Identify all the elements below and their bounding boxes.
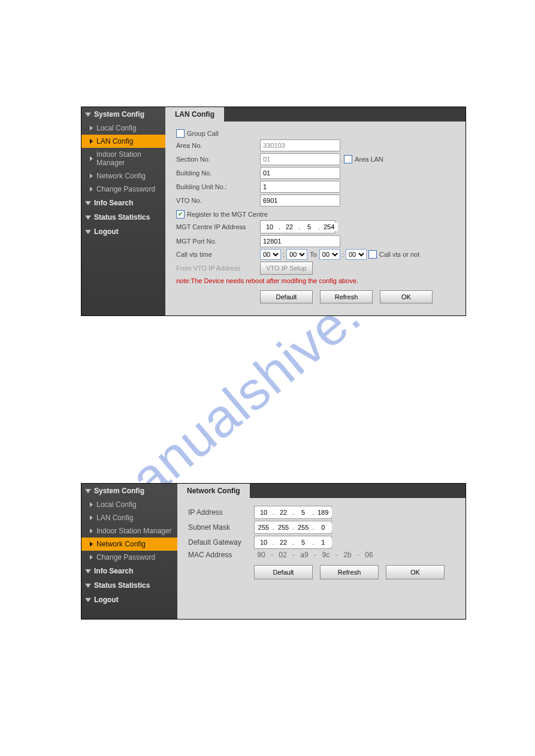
- ip-octet[interactable]: [314, 538, 332, 546]
- sidebar-item-lan-config[interactable]: LAN Config: [81, 511, 177, 524]
- input-building-no[interactable]: [260, 167, 340, 179]
- checkbox-group-call[interactable]: [176, 129, 185, 138]
- button-refresh[interactable]: Refresh: [320, 290, 373, 303]
- sidebar-header-system-config[interactable]: System Config: [81, 107, 165, 122]
- input-ip-address[interactable]: . . .: [254, 506, 332, 519]
- chevron-down-icon: [85, 569, 91, 573]
- input-mgt-centre-ip[interactable]: . . .: [260, 220, 335, 233]
- ip-octet[interactable]: [320, 223, 338, 231]
- label-call-vts-time: Call vts time: [176, 251, 260, 258]
- mac-octet: 06: [362, 551, 376, 559]
- ip-octet[interactable]: [274, 523, 292, 532]
- sidebar-header-label: Logout: [94, 227, 119, 236]
- sidebar-item-local-config[interactable]: Local Config: [81, 498, 177, 511]
- sidebar-item-label: Local Config: [96, 500, 137, 509]
- sidebar-item-label: Indoor Station Manager: [96, 150, 163, 167]
- button-ok[interactable]: OK: [380, 290, 433, 303]
- input-vto-no[interactable]: [260, 195, 340, 207]
- sidebar-item-lan-config[interactable]: LAN Config: [81, 135, 165, 148]
- panel-network-config: System Config Local Config LAN Config In…: [81, 483, 466, 620]
- ip-octet[interactable]: [294, 538, 312, 546]
- chevron-right-icon: [90, 515, 93, 520]
- input-section-no[interactable]: [260, 153, 340, 165]
- input-mgt-port[interactable]: [260, 235, 340, 247]
- sidebar-item-label: LAN Config: [96, 137, 133, 145]
- sidebar-item-label: LAN Config: [96, 514, 133, 522]
- ip-octet[interactable]: [274, 508, 292, 517]
- sidebar-header-logout[interactable]: Logout: [81, 593, 177, 607]
- tab-network-config[interactable]: Network Config: [177, 484, 250, 498]
- input-area-no[interactable]: [260, 139, 340, 151]
- sidebar-item-network-config[interactable]: Network Config: [81, 538, 177, 551]
- select-time-mm2[interactable]: 00: [346, 249, 367, 260]
- sidebar-item-change-password[interactable]: Change Password: [81, 183, 165, 196]
- tab-bar: LAN Config: [165, 107, 466, 122]
- chevron-down-icon: [85, 598, 91, 602]
- input-building-unit-no[interactable]: [260, 181, 340, 193]
- label-vto-no: VTO No.: [176, 197, 260, 204]
- label-register-mgt-centre: Register to the MGT Centre: [187, 211, 268, 218]
- sidebar-header-status-statistics[interactable]: Status Statistics: [81, 210, 165, 224]
- chevron-right-icon: [90, 555, 93, 560]
- chevron-down-icon: [85, 230, 91, 234]
- button-default[interactable]: Default: [260, 290, 313, 303]
- form-body: Group Call Area No. Section No. Area LAN…: [165, 122, 466, 309]
- sidebar-header-info-search[interactable]: Info Search: [81, 564, 177, 578]
- sidebar-item-indoor-station-manager[interactable]: Indoor Station Manager: [81, 524, 177, 538]
- button-ok[interactable]: OK: [386, 565, 445, 579]
- sidebar-item-label: Network Config: [96, 540, 146, 548]
- label-default-gateway: Default Gateway: [188, 538, 254, 546]
- sidebar-header-label: System Config: [94, 487, 144, 495]
- mac-dash: -: [292, 551, 295, 559]
- sidebar-item-label: Indoor Station Manager: [96, 527, 171, 535]
- ip-octet[interactable]: [294, 523, 312, 532]
- ip-octet[interactable]: [255, 538, 273, 546]
- panel-lan-config: System Config Local Config LAN Config In…: [81, 107, 466, 316]
- select-time-mm1[interactable]: 00: [286, 249, 307, 260]
- ip-octet[interactable]: [300, 223, 318, 231]
- mac-octet: a9: [297, 551, 312, 559]
- button-refresh[interactable]: Refresh: [320, 565, 379, 579]
- content-area: LAN Config Group Call Area No. Section N…: [165, 107, 466, 315]
- ip-octet[interactable]: [280, 223, 298, 231]
- sidebar-header-status-statistics[interactable]: Status Statistics: [81, 578, 177, 593]
- checkbox-area-lan[interactable]: [344, 155, 352, 163]
- button-vto-ip-setup: VTO IP Setup: [260, 262, 313, 275]
- mac-octet: 02: [276, 551, 290, 559]
- chevron-down-icon: [85, 201, 91, 205]
- checkbox-register-mgt-centre[interactable]: [176, 210, 185, 218]
- sidebar-item-local-config[interactable]: Local Config: [81, 122, 165, 135]
- form-body: IP Address . . . Subnet Mask . . . Defau…: [177, 498, 466, 585]
- ip-octet[interactable]: [255, 508, 273, 517]
- ip-octet[interactable]: [314, 523, 332, 532]
- sidebar-item-indoor-station-manager[interactable]: Indoor Station Manager: [81, 148, 165, 169]
- button-default[interactable]: Default: [254, 565, 313, 579]
- tab-lan-config[interactable]: LAN Config: [165, 107, 224, 122]
- ip-octet[interactable]: [261, 223, 279, 231]
- sidebar-header-system-config[interactable]: System Config: [81, 484, 177, 498]
- ip-octet[interactable]: [294, 508, 312, 517]
- chevron-right-icon: [90, 542, 93, 546]
- chevron-down-icon: [85, 215, 91, 220]
- checkbox-call-vts-or-not[interactable]: [368, 250, 377, 259]
- value-mac-address: 90- 02- a9- 9c- 2b- 06: [254, 551, 376, 559]
- label-building-unit-no: Building Unit No.:: [176, 183, 260, 190]
- input-subnet-mask[interactable]: . . .: [254, 521, 332, 534]
- sidebar-item-network-config[interactable]: Network Config: [81, 169, 165, 183]
- sidebar-header-info-search[interactable]: Info Search: [81, 196, 165, 210]
- label-building-no: Building No.: [176, 169, 260, 177]
- sidebar-item-change-password[interactable]: Change Password: [81, 551, 177, 564]
- ip-octet[interactable]: [255, 523, 273, 532]
- select-time-hh1[interactable]: 00: [260, 249, 281, 260]
- sidebar-header-logout[interactable]: Logout: [81, 224, 165, 239]
- ip-octet[interactable]: [274, 538, 292, 546]
- sidebar: System Config Local Config LAN Config In…: [81, 107, 165, 315]
- mac-octet: 9c: [319, 551, 333, 559]
- sidebar-item-label: Change Password: [96, 553, 155, 561]
- select-time-hh2[interactable]: 00: [319, 249, 340, 260]
- ip-octet[interactable]: [314, 508, 332, 517]
- label-mgt-centre-ip: MGT Centre IP Address: [176, 223, 260, 230]
- colon: :: [281, 251, 286, 258]
- input-default-gateway[interactable]: . . .: [254, 536, 332, 549]
- content-area: Network Config IP Address . . . Subnet M…: [177, 484, 466, 619]
